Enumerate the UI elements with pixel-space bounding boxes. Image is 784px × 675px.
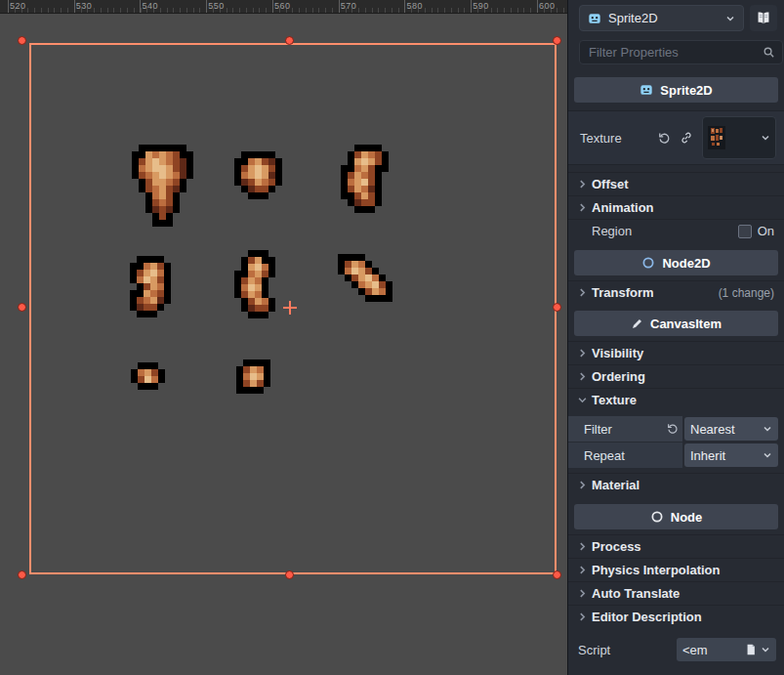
group-row-visibility[interactable]: Visibility <box>568 341 784 364</box>
chevron-down-icon <box>763 450 772 460</box>
selection-handle[interactable] <box>285 570 294 579</box>
filter-properties-input[interactable] <box>587 44 763 61</box>
repeat-label-cell: Repeat <box>568 443 682 468</box>
filter-label: Filter <box>584 422 662 437</box>
category-canvasitem-label: CanvasItem <box>650 316 722 331</box>
ruler-label: 530 <box>76 1 93 11</box>
region-checkbox[interactable] <box>738 225 752 238</box>
property-region: Region On <box>568 219 784 242</box>
selection-handle[interactable] <box>18 36 26 45</box>
filter-label-cell: Filter <box>568 416 682 442</box>
group-label: Process <box>592 539 641 554</box>
property-script: Script <em <box>568 636 784 663</box>
chevron-down-icon <box>725 14 735 23</box>
group-row-ordering[interactable]: Ordering <box>568 364 784 388</box>
link-icon[interactable] <box>680 131 693 145</box>
inspector-top-row: Sprite2D <box>579 5 777 31</box>
group-label: Physics Interpolation <box>592 563 720 577</box>
category-canvasitem: CanvasItem <box>574 311 778 336</box>
selection-handle[interactable] <box>285 36 294 45</box>
inspector-panel: Sprite2D <box>567 0 784 675</box>
group-row-material[interactable]: Material <box>568 473 784 496</box>
script-dropdown[interactable]: <em <box>677 638 776 661</box>
category-sprite2d-label: Sprite2D <box>660 83 712 98</box>
chevron-down-icon <box>761 133 770 143</box>
crosshair-vertical <box>289 301 291 315</box>
script-label: Script <box>578 643 677 657</box>
category-node2d-label: Node2D <box>662 256 710 271</box>
horizontal-ruler: 520530540550560570580590600 <box>0 0 567 14</box>
group-label: Ordering <box>592 369 645 384</box>
revert-icon[interactable] <box>658 132 671 145</box>
property-repeat: Repeat Inherit <box>568 443 784 468</box>
godot-editor: 520530540550560570580590600 Sprite2D <box>0 0 784 675</box>
chevron-right-icon <box>578 612 587 621</box>
group-row-transform[interactable]: Transform (1 change) <box>568 280 784 304</box>
canvas-viewport[interactable]: 520530540550560570580590600 <box>0 0 567 675</box>
group-label: Texture <box>592 393 637 407</box>
chevron-right-icon <box>578 203 587 212</box>
repeat-value: Inherit <box>690 448 759 463</box>
search-icon <box>763 46 775 59</box>
group-row-texture[interactable]: Texture <box>568 388 784 411</box>
filter-row <box>579 40 777 64</box>
chevron-down-icon <box>761 645 770 654</box>
repeat-dropdown[interactable]: Inherit <box>684 443 778 467</box>
ruler-label: 520 <box>10 1 26 11</box>
chevron-right-icon <box>578 372 587 381</box>
category-node: Node <box>574 504 778 529</box>
chevron-right-icon <box>578 288 587 297</box>
chevron-right-icon <box>578 589 587 598</box>
ruler-label: 540 <box>143 1 159 11</box>
selection-handle[interactable] <box>18 570 26 579</box>
group-row-process[interactable]: Process <box>568 534 784 558</box>
filter-dropdown[interactable]: Nearest <box>684 417 778 441</box>
ruler-label: 600 <box>539 1 556 11</box>
region-on-label: On <box>758 224 774 238</box>
texture-label: Texture <box>580 131 649 146</box>
selection-handle[interactable] <box>18 303 26 312</box>
group-label: Transform <box>592 285 654 300</box>
selection-handle[interactable] <box>553 303 561 312</box>
object-selector[interactable]: Sprite2D <box>579 5 744 31</box>
selection-rect <box>29 43 557 574</box>
group-row-animation[interactable]: Animation <box>568 195 784 219</box>
transform-change-count: (1 change) <box>719 286 774 300</box>
script-file-icon <box>745 644 757 655</box>
script-value: <em <box>682 643 741 657</box>
group-label: Material <box>592 478 640 492</box>
filter-properties-box[interactable] <box>579 40 783 64</box>
object-selector-label: Sprite2D <box>608 11 719 25</box>
chevron-down-icon <box>763 424 772 434</box>
chevron-right-icon <box>578 566 587 574</box>
group-label: Animation <box>592 200 654 215</box>
category-node2d: Node2D <box>574 250 778 275</box>
selection-handle[interactable] <box>553 36 561 45</box>
group-row-editor-description[interactable]: Editor Description <box>568 605 784 628</box>
node-icon <box>650 510 664 524</box>
property-texture: Texture <box>568 110 784 165</box>
sprite2d-icon <box>588 12 601 25</box>
group-row-offset[interactable]: Offset <box>568 172 784 195</box>
chevron-right-icon <box>578 180 587 189</box>
property-filter: Filter Nearest <box>568 416 784 442</box>
ruler-label: 550 <box>208 1 225 11</box>
texture-resource-picker[interactable] <box>702 116 776 159</box>
open-docs-button[interactable] <box>750 5 777 31</box>
group-row-auto-translate[interactable]: Auto Translate <box>568 581 784 605</box>
doc-book-icon <box>756 11 771 25</box>
filter-value: Nearest <box>690 422 759 437</box>
ruler-label: 590 <box>473 1 489 11</box>
region-label: Region <box>592 224 632 238</box>
node2d-icon <box>641 256 655 270</box>
group-row-physics-interpolation[interactable]: Physics Interpolation <box>568 558 784 581</box>
chevron-down-icon <box>578 396 587 404</box>
selection-handle[interactable] <box>553 570 561 579</box>
group-label: Visibility <box>592 346 643 360</box>
texture-thumbnail <box>708 126 725 149</box>
pencil-icon <box>631 317 643 330</box>
chevron-right-icon <box>578 481 587 489</box>
sprite2d-icon <box>640 83 653 97</box>
ruler-label: 560 <box>274 1 291 11</box>
revert-icon[interactable] <box>667 423 679 435</box>
